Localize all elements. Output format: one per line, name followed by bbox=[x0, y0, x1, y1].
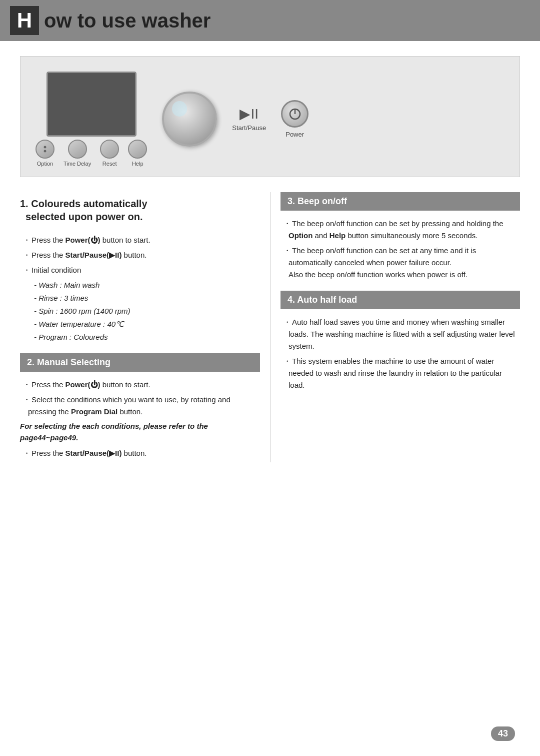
section-4: 4. Auto half load Auto half load saves y… bbox=[280, 291, 520, 391]
power-button[interactable] bbox=[281, 100, 308, 128]
condition-rinse: - Rinse : 3 times bbox=[20, 292, 260, 304]
reset-button[interactable] bbox=[100, 140, 119, 159]
section1-bullet-1: Press the Power(⏻) button to start. bbox=[20, 234, 260, 246]
condition-temp: - Water temperature : 40℃ bbox=[20, 318, 260, 330]
main-content: 1. Coloureds automatically selected upon… bbox=[0, 192, 540, 462]
section-1: 1. Coloureds automatically selected upon… bbox=[20, 192, 260, 343]
timedelay-label: Time Delay bbox=[64, 161, 91, 167]
h-letter-box: H bbox=[10, 6, 39, 35]
small-buttons-row: Option Time Delay Reset Help bbox=[36, 140, 147, 167]
start-pause-label: Start/Pause bbox=[232, 124, 266, 132]
left-column: 1. Coloureds automatically selected upon… bbox=[20, 192, 270, 462]
right-column: 3. Beep on/off The beep on/off function … bbox=[270, 192, 520, 462]
section-2-header: 2. Manual Selecting bbox=[20, 353, 260, 372]
section-2-number: 2. bbox=[27, 357, 34, 367]
section-1-number: 1. bbox=[20, 198, 28, 209]
reset-button-group: Reset bbox=[100, 140, 119, 167]
section-2-title: Manual Selecting bbox=[37, 357, 110, 367]
page-header: H ow to use washer bbox=[0, 0, 540, 41]
section2-bullet-3: Press the Start/Pause(▶II) button. bbox=[20, 447, 260, 459]
section2-italic-note: For selecting the each conditions, pleas… bbox=[20, 421, 260, 443]
option-button[interactable] bbox=[36, 140, 54, 159]
section4-bullet-1: Auto half load saves you time and money … bbox=[280, 316, 520, 352]
help-button-group: Help bbox=[128, 140, 147, 167]
option-button-group: Option bbox=[36, 140, 54, 167]
lcd-screen bbox=[46, 72, 136, 137]
section-3-number: 3. bbox=[288, 196, 295, 206]
section2-bullet-2: Select the conditions which you want to … bbox=[20, 394, 260, 418]
play-pause-icon: ▶II bbox=[240, 107, 258, 121]
page-number: 43 bbox=[491, 726, 515, 741]
reset-label: Reset bbox=[102, 161, 117, 167]
section2-bullet-1: Press the Power(⏻) button to start. bbox=[20, 379, 260, 391]
start-pause-area: ▶II Start/Pause bbox=[232, 107, 266, 132]
section-3: 3. Beep on/off The beep on/off function … bbox=[280, 192, 520, 281]
svg-point-1 bbox=[44, 150, 46, 153]
option-label: Option bbox=[37, 161, 53, 167]
control-panel-illustration: Option Time Delay Reset Help ▶II Start/P… bbox=[20, 56, 520, 177]
section3-bullet-1: The beep on/off function can be set by p… bbox=[280, 218, 520, 242]
help-label: Help bbox=[132, 161, 144, 167]
svg-point-0 bbox=[44, 146, 46, 149]
section3-bullet-2: The beep on/off function can be set at a… bbox=[280, 245, 520, 281]
condition-wash: - Wash : Main wash bbox=[20, 279, 260, 291]
section4-bullet-2: This system enables the machine to use t… bbox=[280, 355, 520, 391]
condition-spin: - Spin : 1600 rpm (1400 rpm) bbox=[20, 305, 260, 317]
h-letter: H bbox=[17, 9, 32, 33]
timedelay-button-group: Time Delay bbox=[64, 140, 91, 167]
section-4-header: 4. Auto half load bbox=[280, 291, 520, 309]
section-3-header: 3. Beep on/off bbox=[280, 192, 520, 211]
power-area: Power bbox=[281, 100, 308, 138]
section-1-title: 1. Coloureds automatically selected upon… bbox=[20, 192, 260, 227]
power-label: Power bbox=[286, 131, 304, 138]
section-3-title: Beep on/off bbox=[298, 196, 347, 206]
timedelay-button[interactable] bbox=[68, 140, 87, 159]
help-button[interactable] bbox=[128, 140, 147, 159]
section1-bullet-2: Press the Start/Pause(▶II) button. bbox=[20, 249, 260, 261]
page-title: ow to use washer bbox=[44, 10, 210, 32]
rotary-dial[interactable] bbox=[162, 92, 217, 147]
section1-bullet-3: Initial condition bbox=[20, 264, 260, 276]
section-4-number: 4. bbox=[288, 295, 295, 305]
section-2: 2. Manual Selecting Press the Power(⏻) b… bbox=[20, 353, 260, 459]
section-4-title: Auto half load bbox=[297, 295, 357, 305]
condition-program: - Program : Coloureds bbox=[20, 331, 260, 343]
